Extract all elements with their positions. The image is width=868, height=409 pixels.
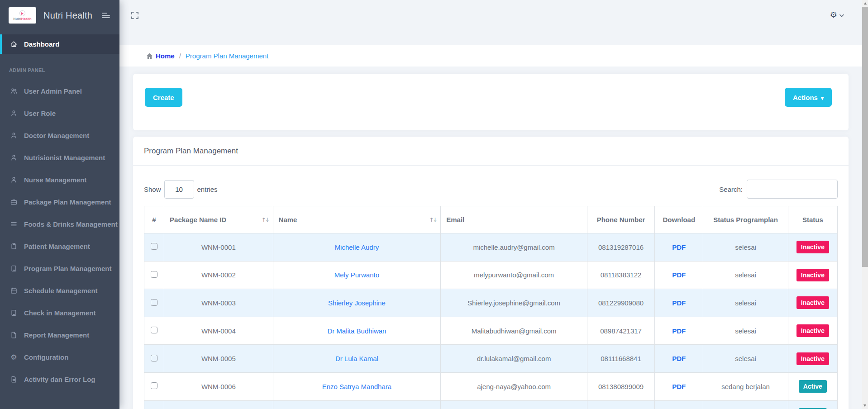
phone-cell: 08987421317 [587, 317, 654, 345]
row-checkbox[interactable] [151, 299, 157, 306]
sidebar-item-user-admin-panel[interactable]: User Admin Panel [0, 80, 119, 102]
sidebar-item-program-plan-management[interactable]: Program Plan Management [0, 257, 119, 280]
name-link[interactable]: Shierley Josephine [328, 299, 386, 307]
panel-title: Program Plan Management [133, 137, 849, 166]
download-cell: PDF [655, 372, 703, 400]
sidebar-item-configuration[interactable]: ⚙Configuration [0, 346, 119, 368]
sidebar-item-schedule-management[interactable]: Schedule Management [0, 280, 119, 302]
pdf-link[interactable]: PDF [672, 299, 686, 307]
sidebar-item-foods-drinks-management[interactable]: Foods & Drinks Management [0, 213, 119, 235]
email-cell: Malitabudhiwan@gmail.com [441, 317, 587, 345]
pdf-link[interactable]: PDF [672, 271, 686, 279]
program-status-cell [703, 400, 788, 409]
email-cell: ajeng-naya@yahoo.com [441, 372, 587, 400]
fullscreen-icon[interactable] [131, 11, 139, 21]
sidebar-item-dashboard[interactable]: Dashboard [0, 34, 119, 54]
column-header-package-name-id[interactable]: Package Name ID↑↓ [164, 206, 273, 233]
table-card: Program Plan Management Show 10 entries … [133, 137, 849, 409]
gear-icon: ⚙ [10, 353, 18, 361]
sort-icon: ↑↓ [261, 217, 268, 223]
email-cell [441, 400, 587, 409]
chevron-down-icon [839, 11, 844, 19]
actions-button[interactable]: Actions▾ [785, 88, 832, 107]
table-row: WNM-0005Dr Lula Kamaldr.lulakamal@gmail.… [144, 345, 838, 373]
status-cell: Inactive [788, 233, 837, 262]
sidebar-item-label: Package Plan Management [24, 198, 111, 206]
brand-logo[interactable]: NutriHealth [9, 7, 36, 24]
name-link[interactable]: Enzo Satrya Mandhara [322, 383, 391, 390]
create-button[interactable]: Create [145, 88, 182, 107]
breadcrumb-home-link[interactable]: Home [156, 52, 175, 60]
settings-dropdown[interactable]: ⚙ [830, 11, 844, 19]
download-cell: PDF [655, 289, 703, 317]
sidebar-item-activity-dan-error-log[interactable]: Activity dan Error Log [0, 368, 119, 390]
scrollbar-down-arrow[interactable] [863, 404, 866, 407]
pdf-link[interactable]: PDF [672, 243, 686, 251]
email-cell: michelle.audry@gmail.com [441, 233, 587, 262]
download-cell [655, 400, 703, 409]
sidebar-item-user-role[interactable]: User Role [0, 102, 119, 124]
menu-lines-icon [10, 220, 18, 228]
row-checkbox[interactable] [151, 382, 157, 389]
sidebar-item-label: Foods & Drinks Management [24, 220, 118, 228]
row-checkbox[interactable] [151, 271, 157, 278]
search-input[interactable] [747, 180, 838, 199]
book-icon [10, 265, 18, 272]
table-body: Show 10 entries Search: #Package Name ID… [133, 166, 849, 409]
package-id-cell [164, 400, 273, 409]
name-link[interactable]: Dr Lula Kamal [335, 355, 378, 362]
download-cell: PDF [655, 345, 703, 373]
pdf-link[interactable]: PDF [672, 355, 686, 362]
name-link[interactable]: Dr Malita Budhiwan [327, 327, 386, 335]
entries-label: entries [197, 185, 218, 193]
phone-cell: 081229909080 [587, 289, 654, 317]
package-id-cell: WNM-0004 [164, 317, 273, 345]
status-badge: Inactive [796, 241, 829, 253]
program-status-cell: selesai [703, 345, 788, 373]
row-checkbox[interactable] [151, 243, 157, 250]
status-cell: Active [788, 400, 837, 409]
package-id-cell: WNM-0005 [164, 345, 273, 373]
table-row: WNM-0004Dr Malita BudhiwanMalitabudhiwan… [144, 317, 838, 345]
sidebar-item-check-in-management[interactable]: Check in Management [0, 302, 119, 324]
sidebar-item-label: User Role [24, 109, 56, 117]
main-area: ⚙ Home / Program Plan Management Create … [119, 0, 862, 409]
book-icon [10, 309, 18, 317]
column-header-status-programplan: Status Programplan [703, 206, 788, 233]
sidebar-item-report-management[interactable]: Report Management [0, 324, 119, 346]
person-icon [10, 132, 18, 139]
name-link[interactable]: Mely Purwanto [334, 271, 379, 279]
phone-cell: 081319287016 [587, 233, 654, 262]
pdf-link[interactable]: PDF [672, 327, 686, 335]
sidebar-item-nutrisionist-management[interactable]: Nutrisionist Management [0, 147, 119, 169]
scrollbar-thumb[interactable] [862, 7, 868, 267]
row-select-cell [144, 261, 164, 289]
sidebar-item-package-plan-management[interactable]: Package Plan Management [0, 191, 119, 213]
program-status-cell: selesai [703, 261, 788, 289]
sidebar-item-doctor-management[interactable]: Doctor Management [0, 124, 119, 147]
column-header-name[interactable]: Name↑↓ [273, 206, 441, 233]
row-checkbox[interactable] [151, 355, 157, 361]
brand: NutriHealth Nutri Health [0, 0, 119, 31]
sidebar-toggle-icon[interactable] [101, 12, 110, 19]
sidebar-item-label: Program Plan Management [24, 265, 111, 272]
sidebar-item-label: Configuration [24, 353, 68, 361]
search-label: Search: [719, 185, 743, 193]
sort-icon: ↑↓ [429, 217, 436, 223]
topbar: ⚙ [119, 0, 862, 31]
vertical-scrollbar[interactable] [862, 0, 868, 409]
row-checkbox[interactable] [151, 327, 157, 333]
home-icon [146, 52, 153, 60]
table-row: WNM-0001Michelle Audrymichelle.audry@gma… [144, 233, 838, 262]
pdf-link[interactable]: PDF [672, 383, 686, 390]
page-length-select[interactable]: 10 [164, 180, 194, 199]
name-link[interactable]: Michelle Audry [335, 243, 379, 251]
sidebar-item-nurse-management[interactable]: Nurse Management [0, 169, 119, 191]
breadcrumb-separator: / [179, 52, 181, 60]
sidebar-item-patient-management[interactable]: Patient Management [0, 235, 119, 257]
status-badge: Active [799, 380, 827, 393]
page-length-control: Show 10 entries [144, 180, 218, 199]
package-id-cell: WNM-0006 [164, 372, 273, 400]
scrollbar-up-arrow[interactable] [864, 2, 867, 5]
content: Create Actions▾ Program Plan Management … [119, 67, 862, 409]
